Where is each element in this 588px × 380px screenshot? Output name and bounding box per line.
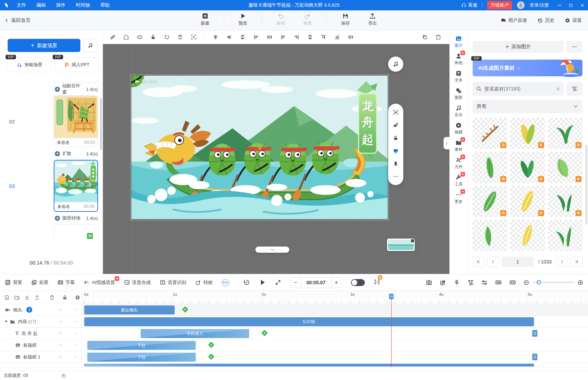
asset-item[interactable]: 商 [510, 118, 545, 149]
background-button[interactable]: 背景 [5, 279, 22, 286]
ai-voice-button[interactable]: NAI情感语音 [84, 279, 115, 286]
minimap[interactable] [387, 239, 415, 251]
clip-text-animation[interactable]: 字符滚入 [141, 329, 249, 338]
ruler-icon[interactable] [110, 34, 115, 40]
smart-scene-button[interactable]: VIP 智能场景 [8, 58, 51, 72]
fit-screen-icon[interactable] [393, 110, 398, 115]
insert-ppt-button[interactable]: VIP 插入PPT [55, 58, 98, 72]
scene-audio-button[interactable] [388, 57, 403, 72]
clip-dropdown-animation[interactable]: 下拉 [87, 353, 196, 362]
copy-icon[interactable] [61, 373, 66, 378]
new-scene-button[interactable]: + 新建场景 [8, 39, 80, 52]
first-page-button[interactable] [473, 257, 484, 267]
upgrade-account-button[interactable]: 升级账户 [487, 1, 512, 9]
add-keyframe-button[interactable] [208, 353, 214, 360]
next-page-button[interactable] [556, 257, 568, 267]
align-middle2-icon[interactable] [307, 34, 313, 40]
edit-icon[interactable] [440, 279, 446, 286]
scene-card-partial[interactable]: 赠 [54, 224, 98, 240]
zoom-slider-knob[interactable] [537, 280, 541, 284]
track-toggles[interactable] [57, 356, 81, 358]
move-up-icon[interactable] [34, 295, 40, 300]
distribute-icon[interactable] [348, 34, 353, 40]
track-settings-icon[interactable] [481, 279, 488, 286]
transition-item[interactable]: 圆形转场 1.4(s) [55, 214, 98, 223]
duration-decrease-button[interactable]: − [290, 279, 301, 286]
track-toggles[interactable] [57, 309, 81, 311]
zoom-slider[interactable] [533, 282, 574, 283]
scene-item-02[interactable]: 02 [0, 95, 103, 147]
add-image-button[interactable]: +添加图片 [473, 41, 564, 53]
align-top-icon[interactable] [321, 34, 326, 40]
rail-item-image[interactable]: 图片 [450, 35, 467, 49]
search-input[interactable] [484, 86, 553, 92]
timeline-ruler[interactable]: 0s 1s 2s 3s 4s 5s [82, 291, 588, 304]
track-lane[interactable]: 5.07秒 [82, 316, 588, 327]
mobile-view-icon[interactable] [393, 161, 398, 166]
asset-item[interactable] [473, 220, 507, 251]
last-page-button[interactable] [571, 257, 582, 267]
track-label-text[interactable]: T 龙 舟 起 [0, 328, 82, 339]
import-file-icon[interactable] [4, 295, 10, 300]
history-button[interactable]: 历史 [537, 17, 554, 24]
menu-timeline[interactable]: 时间轴 [76, 2, 90, 8]
fullscreen-preview-icon[interactable] [275, 279, 281, 285]
clip-end-handle[interactable] [532, 354, 537, 360]
delete-track-icon[interactable] [49, 295, 55, 300]
add-keyframe-button[interactable] [208, 342, 214, 348]
align-center-icon[interactable] [213, 34, 218, 40]
rotate-device-icon[interactable] [393, 122, 398, 128]
replay-icon[interactable] [243, 279, 250, 286]
align-bottom-icon[interactable] [334, 34, 340, 40]
clip-content-group[interactable]: 5.07秒 [84, 317, 534, 326]
align-right-icon[interactable] [294, 34, 299, 40]
add-keyframe-button[interactable] [261, 330, 267, 336]
more-button[interactable] [567, 41, 582, 53]
rail-item-shape[interactable]: 图形 [450, 87, 467, 101]
transition-item[interactable]: 扩散 1.4(s) [55, 149, 98, 158]
snapshot-icon[interactable] [426, 279, 432, 286]
asr-button[interactable]: 语音识别 [160, 279, 186, 286]
feedback-button[interactable]: 用户反馈 [501, 17, 527, 24]
avatar[interactable] [517, 1, 525, 9]
fit-width-icon[interactable] [495, 279, 502, 286]
track-lane[interactable] [82, 363, 588, 367]
menu-action[interactable]: 操作 [56, 2, 65, 8]
track-lane[interactable]: 下拉 [82, 339, 588, 351]
category-dropdown[interactable]: 所有 [473, 100, 582, 113]
group-select-icon[interactable] [191, 34, 196, 40]
visibility-icon[interactable] [75, 295, 80, 300]
track-lane[interactable]: 下拉 [82, 351, 588, 363]
asset-item[interactable] [548, 220, 582, 251]
asset-scrollbar[interactable] [586, 145, 587, 225]
stage[interactable]: 默认镜头 [131, 76, 388, 219]
menu-file[interactable]: 文件 [17, 2, 26, 8]
filter-button[interactable] [567, 82, 582, 96]
back-home-button[interactable]: 返回首页 [4, 17, 30, 24]
actual-size-icon[interactable] [509, 279, 516, 286]
track-toggles[interactable] [57, 345, 81, 346]
track-toggles[interactable] [57, 333, 81, 334]
close-button[interactable] [580, 3, 585, 8]
scene-item-03-selected[interactable]: 03 [0, 160, 103, 212]
asset-item[interactable] [510, 220, 545, 251]
subtitle-button[interactable]: 字幕 [58, 279, 75, 286]
rail-item-text[interactable]: 文本 [450, 69, 467, 84]
asset-item[interactable]: 商 [548, 152, 582, 183]
page-input[interactable] [502, 257, 534, 267]
pin-icon[interactable] [454, 279, 460, 286]
new-button[interactable]: 新建 [197, 12, 213, 26]
asset-item[interactable]: 商 [510, 152, 545, 183]
transition-item[interactable]: 炫酷百叶窗 1.4(s) [55, 85, 98, 94]
desktop-view-icon[interactable] [393, 148, 398, 154]
customer-service-button[interactable]: 客服 [461, 2, 477, 8]
move-down-icon[interactable] [24, 295, 30, 300]
ai-generate-banner[interactable]: VIP AI生成图片素材 → [473, 60, 582, 76]
menu-help[interactable]: 帮助 [100, 2, 110, 8]
help-badge[interactable]: ? [26, 307, 32, 313]
rail-item-music[interactable]: 音乐 [450, 104, 467, 118]
asset-item[interactable]: 商 [548, 118, 582, 149]
asset-item[interactable]: 商 [473, 118, 507, 149]
scene-music-button[interactable] [83, 39, 98, 52]
more-options-icon[interactable] [393, 174, 398, 179]
